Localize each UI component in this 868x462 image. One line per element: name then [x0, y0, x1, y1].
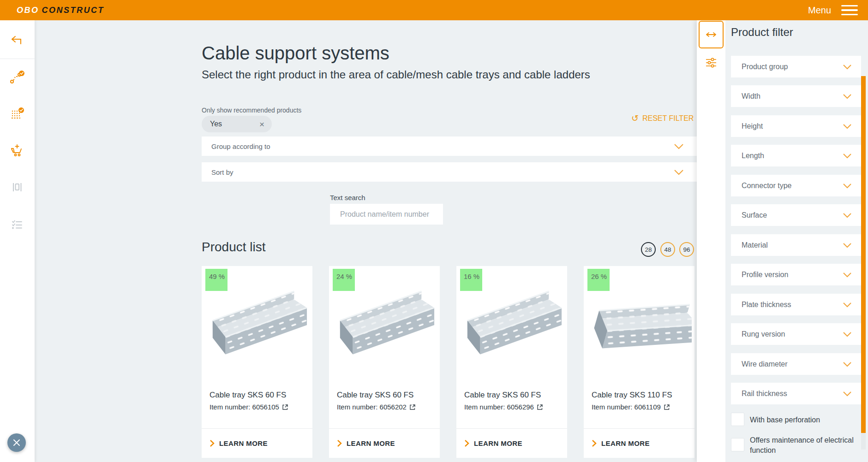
filter-section-width[interactable]: Width — [731, 85, 861, 107]
chevron-down-icon — [843, 391, 852, 397]
learn-more-button[interactable]: LEARN MORE — [210, 429, 268, 458]
filter-section-surface[interactable]: Surface — [731, 204, 861, 226]
chevron-down-icon — [843, 243, 852, 248]
reset-filter-button[interactable]: ↺ RESET FILTER — [631, 114, 697, 123]
page-size-96[interactable]: 96 — [679, 242, 694, 257]
filter-section-length[interactable]: Length — [731, 145, 861, 166]
text-search-label: Text search — [330, 194, 365, 201]
hamburger-menu-icon[interactable] — [841, 5, 858, 16]
counter-zero-icon[interactable] — [7, 177, 27, 197]
product-card: 16 % Cable tray SKS 60 FS Item number: 6… — [456, 266, 567, 458]
filter-body: Product filter Product group Width Heigh… — [725, 20, 868, 462]
product-item-number: Item number: 6056202 — [337, 403, 416, 411]
page-size-48[interactable]: 48 — [660, 242, 675, 257]
filter-section-rung-version[interactable]: Rung version — [731, 323, 861, 345]
chevron-right-icon — [337, 439, 342, 447]
filter-section-connector-type[interactable]: Connector type — [731, 175, 861, 196]
top-bar: OBOCONSTRUCT Menu — [0, 0, 868, 20]
product-name: Cable tray SKS 60 FS — [337, 391, 413, 400]
chevron-right-icon — [592, 439, 597, 447]
discount-badge: 16 % — [460, 269, 482, 291]
chevron-right-icon — [210, 439, 215, 447]
external-link-icon[interactable] — [537, 404, 543, 410]
chevron-right-icon — [464, 439, 469, 447]
chevron-down-icon — [843, 302, 852, 308]
brand-obo: OBO — [17, 6, 39, 15]
filter-section-product-group[interactable]: Product group — [731, 56, 861, 77]
learn-more-button[interactable]: LEARN MORE — [337, 429, 395, 458]
grid-planner-icon[interactable] — [7, 104, 27, 124]
close-button[interactable] — [7, 433, 26, 452]
chevron-down-icon — [843, 213, 852, 218]
checklist-icon[interactable] — [7, 214, 27, 235]
brand-construct: CONSTRUCT — [42, 6, 105, 15]
external-link-icon[interactable] — [282, 404, 288, 410]
add-to-cart-icon[interactable] — [7, 140, 27, 160]
product-card: 49 % Cable tray SKS 60 FS Item number: 6… — [202, 266, 312, 458]
filter-section-height[interactable]: Height — [731, 115, 861, 137]
product-item-number: Item number: 6056105 — [210, 403, 288, 411]
page-subtitle: Select the right product in the area of … — [202, 68, 590, 81]
chevron-down-icon — [843, 124, 852, 129]
checkbox-electrical-function[interactable] — [731, 438, 744, 451]
filter-section-wire-diameter[interactable]: Wire diameter — [731, 353, 861, 375]
reset-icon: ↺ — [631, 114, 639, 123]
expand-panel-button[interactable] — [699, 21, 724, 48]
discount-badge: 49 % — [205, 269, 227, 291]
product-list-title: Product list — [202, 240, 266, 255]
checkbox-base-perforation[interactable] — [731, 413, 744, 426]
menu-label[interactable]: Menu — [808, 5, 831, 16]
filter-sliders-button[interactable] — [704, 53, 718, 73]
product-name: Cable tray SKS 60 FS — [210, 391, 286, 400]
recommended-filter-label: Only show recommended products — [202, 107, 301, 114]
expand-horizontal-icon — [705, 31, 718, 38]
chevron-down-icon — [674, 143, 684, 149]
product-card: 26 % Cable tray SKS 110 FS Item number: … — [584, 266, 694, 458]
checkbox-base-perforation-label: With base perforation — [750, 415, 820, 425]
external-link-icon[interactable] — [409, 404, 416, 410]
chevron-down-icon — [674, 169, 684, 175]
left-sidebar — [0, 20, 35, 462]
page-size-28[interactable]: 28 — [641, 242, 656, 257]
group-by-dropdown[interactable]: Group according to — [202, 136, 698, 156]
learn-more-button[interactable]: LEARN MORE — [592, 429, 650, 458]
filter-section-profile-version[interactable]: Profile version — [731, 264, 861, 285]
back-arrow-icon[interactable] — [7, 30, 27, 51]
sidebar-divider — [0, 59, 35, 59]
product-name: Cable tray SKS 60 FS — [464, 391, 541, 400]
brand-logo[interactable]: OBOCONSTRUCT — [17, 6, 104, 15]
route-planner-icon[interactable] — [7, 67, 27, 88]
product-item-number: Item number: 6056296 — [464, 403, 543, 411]
chevron-down-icon — [843, 153, 852, 159]
filter-section-rail-thickness[interactable]: Rail thickness — [731, 383, 861, 404]
external-link-icon[interactable] — [664, 404, 670, 410]
chevron-down-icon — [843, 183, 852, 189]
product-name: Cable tray SKS 110 FS — [592, 391, 672, 400]
product-card: 24 % Cable tray SKS 60 FS Item number: 6… — [329, 266, 440, 458]
filter-section-plate-thickness[interactable]: Plate thickness — [731, 294, 861, 315]
chevron-down-icon — [843, 94, 852, 99]
chevron-down-icon — [843, 272, 852, 278]
chip-value: Yes — [210, 120, 259, 128]
chip-remove-icon[interactable]: × — [259, 120, 264, 129]
product-filter-panel: Product filter Product group Width Heigh… — [697, 20, 868, 462]
learn-more-button[interactable]: LEARN MORE — [464, 429, 522, 458]
recommended-filter-chip[interactable]: Yes × — [202, 116, 272, 132]
text-search-input[interactable] — [330, 204, 443, 225]
chevron-down-icon — [843, 64, 852, 70]
filter-section-material[interactable]: Material — [731, 234, 861, 256]
chevron-down-icon — [843, 361, 852, 367]
chevron-down-icon — [843, 332, 852, 337]
product-item-number: Item number: 6061109 — [592, 403, 670, 411]
page-title: Cable support systems — [202, 43, 389, 64]
panel-scrollbar-thumb[interactable] — [861, 76, 866, 433]
filter-panel-title: Product filter — [731, 26, 793, 39]
app-root: OBOCONSTRUCT Menu — [0, 0, 868, 462]
discount-badge: 24 % — [333, 269, 355, 291]
checkbox-electrical-function-label: Offers maintenance of electrical functio… — [750, 435, 866, 456]
filter-toolbar-strip — [697, 20, 725, 462]
filter-sliders-icon — [705, 57, 717, 68]
discount-badge: 26 % — [587, 269, 610, 291]
sort-by-dropdown[interactable]: Sort by — [202, 162, 698, 182]
